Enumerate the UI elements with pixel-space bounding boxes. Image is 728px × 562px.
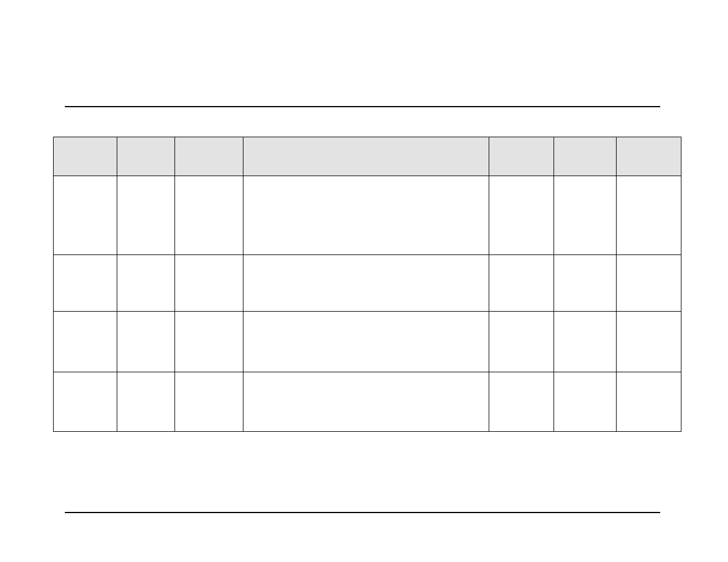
table-cell: [489, 372, 554, 432]
table-cell: [489, 176, 554, 255]
table-cell: [554, 255, 616, 312]
table-cell: [175, 176, 243, 255]
table-cell: [175, 312, 243, 372]
table-cell: [616, 372, 681, 432]
table-header-row: [54, 137, 681, 176]
bottom-rule: [65, 512, 660, 513]
table-cell: [554, 312, 616, 372]
table-header-cell: [489, 137, 554, 176]
table-cell: [616, 312, 681, 372]
table-cell: [117, 176, 175, 255]
table-header-cell: [243, 137, 489, 176]
table-header-cell: [616, 137, 681, 176]
table-cell: [54, 176, 117, 255]
table-cell: [117, 312, 175, 372]
table-cell: [616, 255, 681, 312]
page: [0, 0, 728, 562]
table-row: [54, 312, 681, 372]
table-row: [54, 372, 681, 432]
table-cell: [243, 176, 489, 255]
table-cell: [175, 372, 243, 432]
table-cell: [489, 255, 554, 312]
table-cell: [243, 255, 489, 312]
table-cell: [54, 372, 117, 432]
table-cell: [175, 255, 243, 312]
top-rule: [65, 106, 660, 107]
table-cell: [117, 372, 175, 432]
table-cell: [54, 312, 117, 372]
table-header-cell: [117, 137, 175, 176]
table-header-cell: [175, 137, 243, 176]
table-cell: [54, 255, 117, 312]
table-cell: [554, 372, 616, 432]
data-table: [53, 137, 681, 432]
table-cell: [616, 176, 681, 255]
table-cell: [117, 255, 175, 312]
table-cell: [243, 312, 489, 372]
table-row: [54, 255, 681, 312]
table-row: [54, 176, 681, 255]
table-header-cell: [54, 137, 117, 176]
table-header-cell: [554, 137, 616, 176]
table-cell: [243, 372, 489, 432]
table-cell: [489, 312, 554, 372]
table-cell: [554, 176, 616, 255]
